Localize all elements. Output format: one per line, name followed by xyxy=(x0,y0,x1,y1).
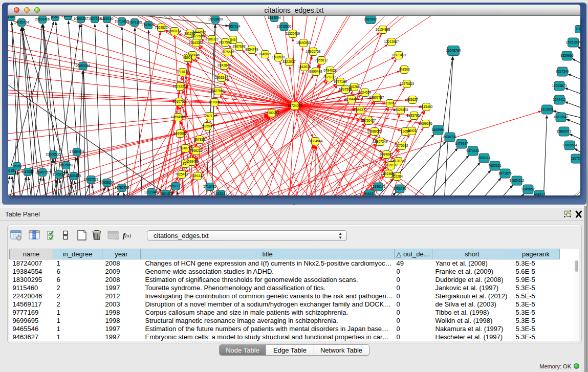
svg-text:16543382: 16543382 xyxy=(189,41,204,45)
svg-text:20053346: 20053346 xyxy=(76,64,91,68)
svg-text:867833: 867833 xyxy=(194,138,205,141)
svg-text:16154808: 16154808 xyxy=(376,28,390,31)
svg-text:(x): (x) xyxy=(125,233,132,239)
svg-text:98901: 98901 xyxy=(183,56,192,59)
svg-text:933627: 933627 xyxy=(407,98,418,101)
svg-text:6479197: 6479197 xyxy=(455,142,468,145)
svg-text:9827508: 9827508 xyxy=(191,34,204,38)
svg-text:17359924: 17359924 xyxy=(70,150,84,154)
svg-text:357: 357 xyxy=(183,162,188,165)
svg-text:15136141: 15136141 xyxy=(371,185,386,188)
svg-text:10653287: 10653287 xyxy=(74,17,89,20)
svg-text:20364436: 20364436 xyxy=(344,97,359,101)
svg-text:9113939: 9113939 xyxy=(541,107,554,111)
svg-text:252284: 252284 xyxy=(391,174,403,178)
svg-text:12213967: 12213967 xyxy=(384,40,399,43)
svg-text:12213369: 12213369 xyxy=(173,84,188,88)
svg-text:1112: 1112 xyxy=(575,27,580,31)
svg-text:8813054: 8813054 xyxy=(268,16,281,19)
svg-text:17016504: 17016504 xyxy=(562,143,577,147)
svg-text:10807487: 10807487 xyxy=(369,96,384,99)
svg-text:417006: 417006 xyxy=(209,100,220,104)
svg-text:1162615: 1162615 xyxy=(298,65,311,69)
svg-text:19357964: 19357964 xyxy=(407,114,422,117)
svg-text:9329966: 9329966 xyxy=(560,54,574,57)
svg-text:10973493: 10973493 xyxy=(391,53,406,57)
svg-text:6216067: 6216067 xyxy=(383,101,397,105)
svg-text:6466160: 6466160 xyxy=(100,17,114,20)
svg-text:19654985: 19654985 xyxy=(171,115,186,119)
svg-text:15640910: 15640910 xyxy=(296,41,311,45)
svg-text:1621072: 1621072 xyxy=(323,75,336,79)
svg-text:12023446: 12023446 xyxy=(144,190,159,194)
svg-text:16648784: 16648784 xyxy=(446,49,461,52)
svg-text:30975867: 30975867 xyxy=(59,163,74,167)
svg-text:1733426: 1733426 xyxy=(393,187,406,190)
svg-text:9474444: 9474444 xyxy=(466,149,480,152)
svg-text:8960124: 8960124 xyxy=(168,29,181,33)
svg-text:2718126: 2718126 xyxy=(176,70,189,74)
svg-text:15720407: 15720407 xyxy=(361,119,376,122)
svg-text:6794028: 6794028 xyxy=(323,69,337,72)
svg-text:12093873: 12093873 xyxy=(552,84,567,87)
svg-text:746266: 746266 xyxy=(349,85,360,89)
svg-text:16782759: 16782759 xyxy=(115,186,129,189)
svg-text:1491447: 1491447 xyxy=(191,174,204,178)
svg-text:1527602: 1527602 xyxy=(88,17,101,20)
svg-text:9115460: 9115460 xyxy=(420,105,433,108)
svg-text:8186323: 8186323 xyxy=(205,37,219,41)
svg-text:9857771: 9857771 xyxy=(169,184,182,188)
svg-text:9084067: 9084067 xyxy=(380,152,393,156)
svg-text:8427552: 8427552 xyxy=(211,89,225,93)
svg-text:952450: 952450 xyxy=(160,192,171,195)
svg-text:748500: 748500 xyxy=(399,68,410,71)
svg-text:10025433: 10025433 xyxy=(394,108,408,112)
svg-text:18807249: 18807249 xyxy=(373,140,388,143)
svg-text:3875685: 3875685 xyxy=(221,50,234,54)
svg-text:10688609: 10688609 xyxy=(367,129,382,133)
svg-text:8854749: 8854749 xyxy=(245,48,258,51)
svg-text:15751074: 15751074 xyxy=(566,40,580,44)
svg-text:1916685: 1916685 xyxy=(173,132,187,135)
svg-text:7955812: 7955812 xyxy=(315,58,328,62)
svg-text:16210643: 16210643 xyxy=(554,115,569,119)
svg-text:9061: 9061 xyxy=(52,16,59,18)
svg-text:20206536: 20206536 xyxy=(46,152,61,156)
svg-text:944041: 944041 xyxy=(364,192,375,195)
svg-text:3267130: 3267130 xyxy=(203,114,216,118)
svg-text:8990448: 8990448 xyxy=(309,70,322,73)
svg-text:8938928: 8938928 xyxy=(443,135,456,139)
svg-text:116753: 116753 xyxy=(571,157,580,160)
svg-text:16033809: 16033809 xyxy=(208,17,223,21)
svg-text:9242848: 9242848 xyxy=(217,63,231,67)
svg-text:10961758: 10961758 xyxy=(306,50,321,53)
svg-text:1075692: 1075692 xyxy=(395,144,408,147)
svg-text:994512: 994512 xyxy=(534,193,545,195)
svg-text:1984: 1984 xyxy=(8,16,15,18)
svg-text:7515526: 7515526 xyxy=(142,23,155,27)
svg-text:11325419: 11325419 xyxy=(286,32,300,35)
svg-text:53594: 53594 xyxy=(203,124,212,128)
svg-text:8471876: 8471876 xyxy=(498,171,512,175)
svg-text:19384554: 19384554 xyxy=(308,139,323,143)
svg-text:7986372: 7986372 xyxy=(354,108,367,112)
svg-text:1115682: 1115682 xyxy=(21,170,34,173)
svg-text:1010755: 1010755 xyxy=(172,100,186,103)
svg-text:19218506: 19218506 xyxy=(277,25,292,28)
svg-text:7357224: 7357224 xyxy=(227,25,241,28)
svg-text:2803144: 2803144 xyxy=(215,76,228,79)
svg-text:1145194: 1145194 xyxy=(53,172,66,176)
svg-text:3624554: 3624554 xyxy=(358,91,372,94)
svg-text:8322037: 8322037 xyxy=(282,60,296,63)
svg-text:15692971: 15692971 xyxy=(557,129,572,133)
svg-text:2935114: 2935114 xyxy=(478,156,491,160)
svg-text:5716485: 5716485 xyxy=(203,185,216,188)
svg-text:7632621: 7632621 xyxy=(488,164,502,167)
svg-text:16012: 16012 xyxy=(63,16,73,17)
svg-text:7625402: 7625402 xyxy=(175,172,188,176)
svg-text:1244415: 1244415 xyxy=(553,98,566,101)
svg-text:18724007: 18724007 xyxy=(288,104,302,107)
svg-text:2967608: 2967608 xyxy=(232,45,246,48)
svg-text:1588520: 1588520 xyxy=(272,55,285,59)
svg-text:335061: 335061 xyxy=(11,164,23,168)
